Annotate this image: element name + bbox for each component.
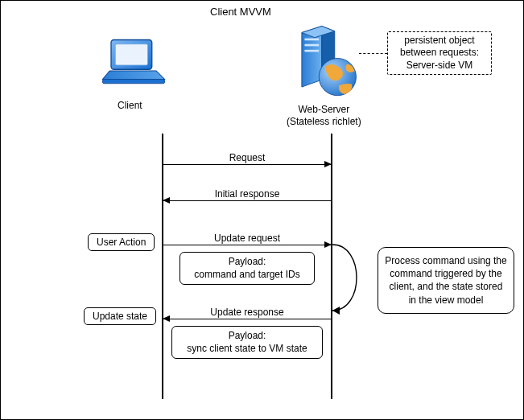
event-update-state-label: Update state bbox=[93, 311, 147, 322]
payload2-line2: sync client state to VM state bbox=[187, 343, 307, 354]
persistent-note-text: persistent object between requests: Serv… bbox=[393, 35, 486, 72]
payload1-line2: command and target IDs bbox=[194, 269, 299, 280]
msg-update-response-label: Update response bbox=[163, 307, 331, 318]
payload-update-response: Payload: sync client state to VM state bbox=[171, 326, 323, 359]
payload-update-request: Payload: command and target IDs bbox=[179, 252, 315, 285]
server-label-line2: (Stateless richlet) bbox=[287, 116, 361, 127]
server-label-line1: Web-Server bbox=[298, 104, 349, 115]
svg-rect-2 bbox=[103, 80, 165, 84]
msg-request-label: Request bbox=[163, 152, 331, 163]
arrow-left-icon bbox=[163, 319, 331, 319]
event-user-action: User Action bbox=[88, 233, 155, 251]
laptop-icon bbox=[97, 37, 170, 93]
event-user-action-label: User Action bbox=[97, 237, 146, 248]
arrow-left-icon bbox=[163, 200, 331, 201]
arrow-right-icon bbox=[163, 164, 331, 165]
svg-rect-1 bbox=[115, 44, 147, 65]
client-label: Client bbox=[118, 100, 142, 111]
msg-update-request-label: Update request bbox=[163, 233, 331, 244]
msg-initial-response: Initial response bbox=[163, 188, 331, 201]
process-command-text: Process command using the command trigge… bbox=[385, 255, 506, 306]
arrow-right-icon bbox=[163, 245, 331, 245]
payload1-line1: Payload: bbox=[229, 256, 266, 267]
msg-update-request: Update request bbox=[163, 233, 331, 245]
svg-rect-3 bbox=[304, 39, 319, 41]
persistent-connector bbox=[359, 53, 387, 54]
server-globe-icon bbox=[295, 23, 359, 100]
persistent-note-box: persistent object between requests: Serv… bbox=[387, 31, 492, 75]
msg-update-response: Update response bbox=[163, 307, 331, 319]
diagram-frame: Client MVVM Client bbox=[0, 0, 524, 420]
diagram-title: Client MVVM bbox=[210, 6, 271, 18]
process-command-box: Process command using the command trigge… bbox=[378, 247, 514, 314]
server-label: Web-Server (Stateless richlet) bbox=[287, 104, 361, 128]
msg-initial-response-label: Initial response bbox=[163, 188, 331, 200]
svg-rect-4 bbox=[304, 44, 319, 47]
payload2-line1: Payload: bbox=[229, 330, 266, 341]
server-self-loop-icon bbox=[332, 240, 368, 315]
msg-request: Request bbox=[163, 152, 331, 165]
event-update-state: Update state bbox=[84, 307, 156, 325]
lifeline-client bbox=[162, 134, 163, 399]
svg-rect-5 bbox=[304, 50, 319, 52]
